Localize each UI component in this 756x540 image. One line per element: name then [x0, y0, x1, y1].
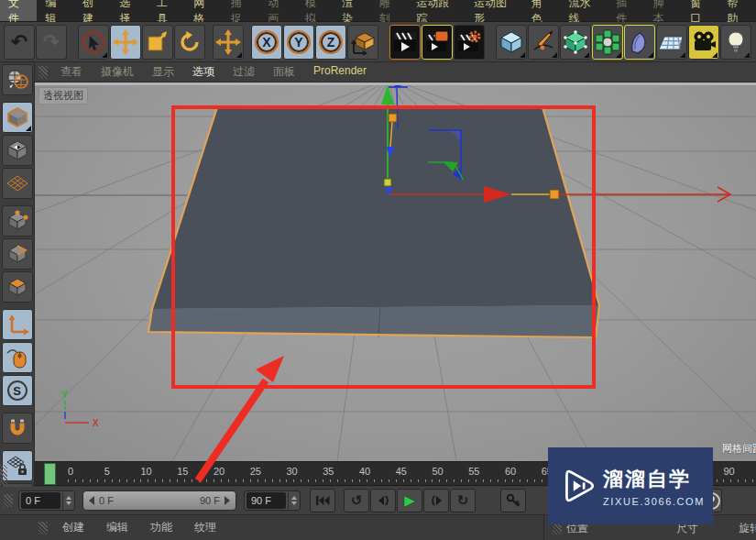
viewport-menu-item[interactable]: 显示 — [143, 64, 183, 80]
points-mode-button[interactable] — [2, 205, 33, 237]
make-editable-button[interactable] — [2, 64, 33, 95]
redo-icon: ↷ — [43, 30, 60, 53]
end-frame-field[interactable]: 90 F — [244, 490, 301, 511]
y-axis-label: Y — [294, 35, 302, 50]
menu-item[interactable]: 动画 — [259, 0, 296, 21]
viewport-menu-item[interactable]: 面板 — [264, 64, 304, 80]
coordinate-system-button[interactable] — [347, 25, 378, 60]
previous-key-button[interactable]: ↺ — [344, 489, 369, 512]
viewport-menu-item[interactable]: 查看 — [51, 64, 92, 80]
viewport-menu-item[interactable]: 摄像机 — [92, 64, 143, 80]
redo-button[interactable]: ↷ — [36, 25, 67, 60]
menu-item[interactable]: 创建 — [74, 0, 111, 21]
model-mode-button[interactable] — [2, 102, 33, 133]
panel-grip[interactable] — [38, 522, 48, 534]
timeline-grip[interactable] — [0, 465, 7, 485]
timeline-playhead[interactable] — [44, 463, 56, 485]
svg-text:Y: Y — [61, 390, 68, 400]
render-to-picture-viewer-button[interactable] — [422, 25, 453, 60]
play-button[interactable]: ▶ — [397, 489, 422, 512]
workplane-mode-button[interactable] — [2, 168, 33, 199]
live-selection-button[interactable] — [78, 25, 109, 60]
lock-y-axis-button[interactable]: Y — [283, 25, 314, 60]
previous-frame-icon — [377, 495, 390, 506]
menu-item[interactable]: 网格 — [185, 0, 222, 21]
perspective-viewport[interactable]: Y X 透视视图 网格间距 — [35, 83, 756, 461]
range-end-label: 90 F — [200, 495, 220, 506]
undo-button[interactable]: ↶ — [4, 25, 35, 60]
add-camera-button[interactable] — [688, 25, 719, 60]
edit-render-settings-button[interactable] — [454, 25, 485, 60]
panel-grip[interactable] — [4, 494, 13, 507]
bottom-menu-item[interactable]: 纹理 — [183, 520, 227, 535]
bottom-menu-item[interactable]: 编辑 — [95, 520, 139, 535]
panel-grip[interactable] — [38, 66, 48, 79]
global-move-button[interactable] — [213, 25, 244, 60]
range-right-arrow-icon[interactable] — [225, 496, 230, 505]
snap-s-button[interactable]: S — [2, 375, 33, 406]
add-mograph-button[interactable] — [592, 25, 623, 60]
viewport-menu-item[interactable]: ProRender — [304, 64, 376, 80]
range-left-arrow-icon[interactable] — [89, 496, 94, 505]
scale-tool-button[interactable] — [142, 25, 173, 60]
menu-item[interactable]: 插件 — [608, 0, 644, 21]
viewport-menu-item[interactable]: 选项 — [183, 64, 224, 80]
polygons-mode-button[interactable] — [2, 271, 33, 303]
menu-item[interactable]: 工具 — [148, 0, 185, 21]
menu-item[interactable]: 运动图形 — [466, 0, 523, 21]
add-subdivision-surface-button[interactable] — [560, 25, 591, 60]
render-picture-viewer-icon — [424, 29, 450, 55]
frame-stepper[interactable] — [62, 492, 74, 509]
menu-item[interactable]: 渲染 — [334, 0, 370, 21]
rotation-label[interactable]: 旋转 — [739, 521, 756, 536]
view-label[interactable]: 透视视图 — [38, 87, 88, 105]
menu-item[interactable]: 选择 — [111, 0, 148, 21]
previous-frame-button[interactable] — [370, 489, 396, 512]
menu-item[interactable]: 捕捉 — [223, 0, 259, 21]
annotation-rectangle — [171, 105, 596, 389]
render-view-button[interactable] — [389, 25, 421, 60]
floor-grid-icon — [659, 29, 685, 55]
menu-item[interactable]: 脚本 — [645, 0, 682, 21]
next-frame-button[interactable] — [423, 489, 449, 512]
lock-z-axis-button[interactable]: Z — [315, 25, 346, 60]
menu-item[interactable]: 帮助 — [719, 0, 756, 21]
add-light-button[interactable] — [720, 25, 751, 60]
frame-stepper[interactable] — [288, 492, 300, 509]
menu-item[interactable]: 文件 — [0, 0, 37, 21]
texture-mode-icon — [5, 138, 29, 162]
texture-mode-button[interactable] — [2, 135, 33, 166]
light-icon — [723, 29, 749, 55]
render-settings-icon — [456, 29, 482, 55]
edges-mode-button[interactable] — [2, 238, 33, 270]
timeline-range-slider[interactable]: 0 F 90 F — [82, 490, 236, 511]
timeline-tick-label: 5 — [104, 466, 110, 477]
enable-axis-button[interactable] — [2, 309, 33, 340]
current-frame-field[interactable]: 0 F — [18, 490, 75, 511]
snap-magnet-button[interactable] — [2, 413, 33, 444]
bottom-menu-item[interactable]: 功能 — [139, 520, 183, 535]
next-frame-icon — [430, 495, 444, 506]
menu-item[interactable]: 角色 — [523, 0, 560, 21]
move-tool-button[interactable] — [110, 25, 141, 60]
add-spline-button[interactable] — [528, 25, 559, 60]
go-to-start-button[interactable] — [310, 489, 335, 512]
menu-item[interactable]: 窗口 — [682, 0, 718, 21]
record-key-button[interactable] — [500, 489, 526, 512]
rotate-tool-button[interactable] — [174, 25, 205, 60]
viewport-mode-button[interactable] — [2, 342, 33, 373]
menu-item[interactable]: 运动跟踪 — [408, 0, 466, 21]
add-floor-button[interactable] — [656, 25, 687, 60]
add-deformer-button[interactable] — [624, 25, 655, 60]
bottom-menu-item[interactable]: 创建 — [51, 520, 95, 535]
next-key-button[interactable]: ↻ — [450, 489, 476, 512]
menu-item[interactable]: 雕刻 — [371, 0, 408, 21]
menu-item[interactable]: 编辑 — [37, 0, 73, 21]
menu-item[interactable]: 流水线 — [561, 0, 608, 21]
s-ring-icon: S — [7, 380, 27, 401]
menu-item[interactable]: 模拟 — [297, 0, 334, 21]
spline-pen-icon — [531, 29, 556, 55]
add-cube-button[interactable] — [496, 25, 527, 60]
viewport-menu-item[interactable]: 过滤 — [224, 64, 264, 80]
lock-x-axis-button[interactable]: X — [251, 25, 282, 60]
